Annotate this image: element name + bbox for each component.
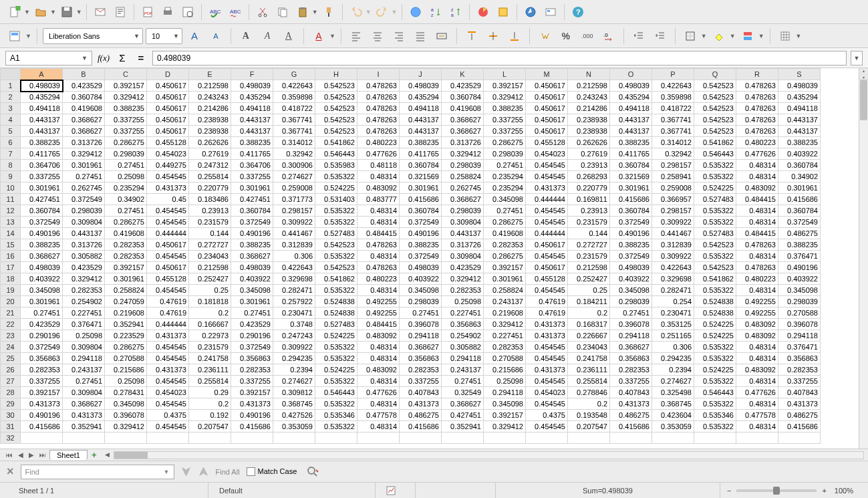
cell-Q7[interactable]: 0.546443 [694,148,736,160]
cell-K6[interactable]: 0.313726 [442,137,484,148]
insert-dropdown[interactable]: ▼ [796,33,802,39]
cell-S20[interactable]: 0.298039 [778,296,821,307]
cell-S3[interactable]: 0.494118 [778,103,821,114]
cell-D3[interactable]: 0.450617 [147,103,189,114]
cell-F30[interactable]: 0.490196 [231,410,273,421]
cell-S32[interactable] [778,432,821,444]
cell-I27[interactable]: 0.48314 [357,376,400,387]
cell-Q30[interactable]: 0.535346 [694,410,736,421]
cell-R16[interactable]: 0.48314 [736,251,778,262]
cell-R20[interactable]: 0.492255 [736,296,778,307]
cell-S11[interactable]: 0.415686 [778,194,821,205]
add-sheet-icon[interactable]: + [89,450,100,460]
cell-I28[interactable]: 0.477626 [357,387,400,398]
row-header-21[interactable]: 21 [1,307,21,319]
cell-K24[interactable]: 0.305882 [442,342,484,353]
cell-M2[interactable]: 0.450617 [526,92,568,103]
cell-D31[interactable]: 0.454545 [147,421,189,432]
cell-L19[interactable]: 0.258824 [484,285,526,296]
cell-E8[interactable]: 0.247312 [189,160,231,171]
tab-last-icon[interactable]: ⏭ [37,451,48,459]
cell-D4[interactable]: 0.450617 [147,114,189,126]
cell-P30[interactable]: 0.423604 [652,410,694,421]
cell-C24[interactable]: 0.286275 [105,342,147,353]
cell-E14[interactable]: 0.144 [189,228,231,239]
cell-R4[interactable]: 0.478263 [736,114,778,126]
cell-A13[interactable]: 0.372549 [21,217,63,228]
cell-I32[interactable] [357,432,400,444]
cell-P4[interactable]: 0.367741 [652,114,694,126]
cell-P16[interactable]: 0.309922 [652,251,694,262]
function-wizard-icon[interactable]: f(x) [96,53,111,64]
cell-E16[interactable]: 0.234043 [189,251,231,262]
cell-D30[interactable]: 0.4375 [147,410,189,421]
cell-J22[interactable]: 0.396078 [400,319,442,330]
cell-E2[interactable]: 0.243243 [189,92,231,103]
cell-C16[interactable]: 0.282353 [105,251,147,262]
cell-I17[interactable]: 0.478263 [357,262,400,273]
cell-L17[interactable]: 0.392157 [484,262,526,273]
cell-N28[interactable]: 0.278846 [568,387,610,398]
cell-F18[interactable]: 0.403922 [231,273,273,285]
cell-J5[interactable]: 0.443137 [400,126,442,137]
undo-dropdown[interactable]: ▼ [366,9,372,15]
cell-E1[interactable]: 0.212598 [189,80,231,92]
cell-L14[interactable]: 0.419608 [484,228,526,239]
cell-I9[interactable]: 0.48314 [357,171,400,182]
cell-M22[interactable]: 0.431373 [526,319,568,330]
cell-R6[interactable]: 0.480223 [736,137,778,148]
cell-E18[interactable]: 0.252427 [189,273,231,285]
cell-C4[interactable]: 0.337255 [105,114,147,126]
cell-L7[interactable]: 0.298039 [484,148,526,160]
cell-K18[interactable]: 0.329412 [442,273,484,285]
cell-N16[interactable]: 0.231579 [568,251,610,262]
cell-M26[interactable]: 0.431373 [526,364,568,376]
cell-F21[interactable]: 0.27451 [231,307,273,319]
cell-J16[interactable]: 0.372549 [400,251,442,262]
cell-C14[interactable]: 0.419608 [105,228,147,239]
row-header-12[interactable]: 12 [1,205,21,217]
cell-B20[interactable]: 0.254902 [63,296,105,307]
remove-decimal-icon[interactable]: .0 [599,27,618,45]
cell-A29[interactable]: 0.431373 [21,398,63,410]
cell-J18[interactable]: 0.403922 [400,273,442,285]
cell-B3[interactable]: 0.419608 [63,103,105,114]
cell-K12[interactable]: 0.298039 [442,205,484,217]
cell-D10[interactable]: 0.431373 [147,182,189,194]
cell-E13[interactable]: 0.231579 [189,217,231,228]
cell-B17[interactable]: 0.423529 [63,262,105,273]
cell-B4[interactable]: 0.368627 [63,114,105,126]
cell-R2[interactable]: 0.478263 [736,92,778,103]
cell-R11[interactable]: 0.484415 [736,194,778,205]
cell-S16[interactable]: 0.376471 [778,251,821,262]
cell-S31[interactable]: 0.415686 [778,421,821,432]
cell-B2[interactable]: 0.360784 [63,92,105,103]
cell-H31[interactable]: 0.535322 [315,421,357,432]
cell-O2[interactable]: 0.435294 [610,92,652,103]
cell-K16[interactable]: 0.309804 [442,251,484,262]
undo-icon[interactable] [347,3,366,21]
cell-L31[interactable]: 0.329412 [484,421,526,432]
cell-E10[interactable]: 0.220779 [189,182,231,194]
cell-K23[interactable]: 0.254902 [442,330,484,342]
cell-P22[interactable]: 0.353125 [652,319,694,330]
cell-L2[interactable]: 0.329412 [484,92,526,103]
cell-J24[interactable]: 0.368627 [400,342,442,353]
cell-R31[interactable]: 0.48314 [736,421,778,432]
cell-B16[interactable]: 0.305882 [63,251,105,262]
cell-D25[interactable]: 0.454545 [147,353,189,364]
cell-O19[interactable]: 0.345098 [610,285,652,296]
cell-D27[interactable]: 0.454545 [147,376,189,387]
cell-I7[interactable]: 0.477626 [357,148,400,160]
cell-M9[interactable]: 0.454545 [526,171,568,182]
cell-M18[interactable]: 0.455128 [526,273,568,285]
paste-icon[interactable] [293,3,312,21]
cell-I4[interactable]: 0.478263 [357,114,400,126]
cell-A20[interactable]: 0.301961 [21,296,63,307]
row-header-22[interactable]: 22 [1,319,21,330]
match-case-checkbox[interactable]: Match Case [247,467,297,477]
bgcolor-dropdown[interactable]: ▼ [730,33,736,39]
cell-F2[interactable]: 0.435294 [231,92,273,103]
cell-R15[interactable]: 0.478263 [736,239,778,251]
cell-F4[interactable]: 0.443137 [231,114,273,126]
